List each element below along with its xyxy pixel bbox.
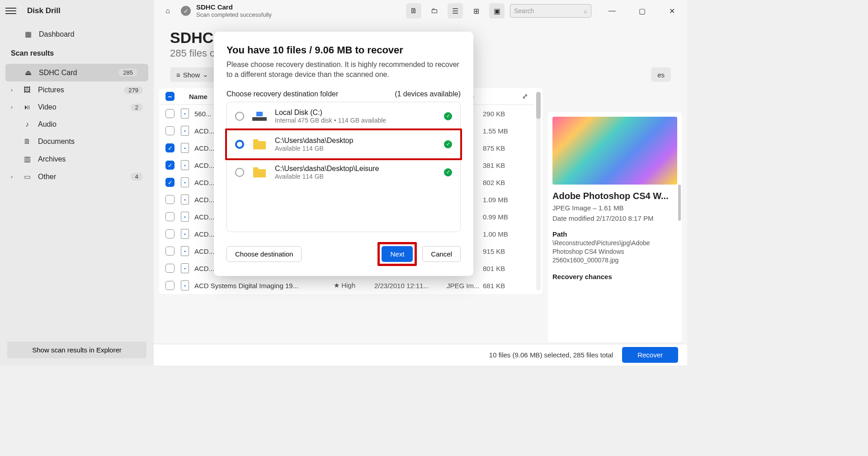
next-button-highlight: Next — [377, 242, 417, 266]
modal-description: Please choose recovery destination. It i… — [226, 60, 461, 80]
check-icon: ✓ — [444, 112, 452, 120]
destination-subtitle: Available 114 GB — [275, 173, 437, 180]
modal-title: You have 10 files / 9.06 MB to recover — [226, 44, 461, 56]
next-button[interactable]: Next — [382, 246, 413, 262]
destination-radio[interactable] — [235, 168, 244, 177]
destination-option[interactable]: C:\Users\dasha\Desktop Available 114 GB … — [225, 128, 462, 160]
destination-subtitle: Available 114 GB — [275, 145, 437, 152]
choose-destination-button[interactable]: Choose destination — [226, 246, 302, 262]
check-icon: ✓ — [444, 140, 452, 148]
cancel-button[interactable]: Cancel — [422, 246, 461, 262]
destination-option[interactable]: C:\Users\dasha\Desktop\Leisure Available… — [227, 158, 460, 186]
disk-icon — [251, 109, 268, 123]
folder-icon — [251, 138, 268, 151]
destination-subtitle: Internal 475 GB disk • 114 GB available — [275, 117, 437, 124]
recovery-destination-dialog: You have 10 files / 9.06 MB to recover P… — [214, 32, 473, 276]
destination-title: Local Disk (C:) — [275, 109, 437, 117]
folder-icon — [251, 166, 268, 179]
dest-header-label: Choose recovery destination folder — [226, 90, 338, 98]
destination-radio[interactable] — [235, 140, 244, 149]
destination-list: Local Disk (C:) Internal 475 GB disk • 1… — [226, 102, 461, 232]
destination-option[interactable]: Local Disk (C:) Internal 475 GB disk • 1… — [227, 102, 460, 130]
destination-radio[interactable] — [235, 112, 244, 121]
destination-title: C:\Users\dasha\Desktop — [275, 137, 437, 145]
check-icon: ✓ — [444, 168, 452, 176]
devices-available: (1 devices available) — [395, 90, 461, 98]
destination-title: C:\Users\dasha\Desktop\Leisure — [275, 165, 437, 173]
modal-overlay: You have 10 files / 9.06 MB to recover P… — [0, 0, 687, 366]
